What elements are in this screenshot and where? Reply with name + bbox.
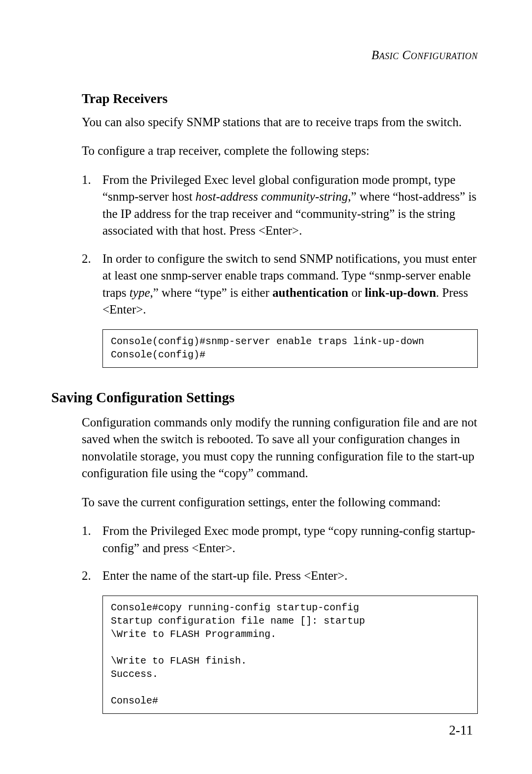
- trap-step-1: 1. From the Privileged Exec level global…: [82, 172, 478, 240]
- page-number: 2-11: [449, 721, 473, 739]
- step-text: From the Privileged Exec mode prompt, ty…: [102, 524, 475, 555]
- save-step-2: 2. Enter the name of the start-up file. …: [82, 567, 478, 585]
- save-steps: 1. From the Privileged Exec mode prompt,…: [82, 523, 478, 585]
- step-text: Enter the name of the start-up file. Pre…: [102, 569, 348, 582]
- document-page: Basic Configuration Trap Receivers You c…: [0, 0, 532, 774]
- keyword-bold: link-up-down: [365, 286, 436, 299]
- save-section: Configuration commands only modify the r…: [51, 414, 478, 714]
- step-number: 2.: [82, 567, 97, 585]
- trap-step-2: 2. In order to configure the switch to s…: [82, 250, 478, 318]
- save-paragraph-1: Configuration commands only modify the r…: [82, 414, 478, 482]
- save-heading: Saving Configuration Settings: [51, 387, 478, 407]
- step-text: ,” where “type” is either: [150, 286, 273, 299]
- step-number: 2.: [82, 250, 97, 268]
- keyword-bold: authentication: [272, 286, 348, 299]
- step-number: 1.: [82, 523, 97, 540]
- trap-paragraph-2: To configure a trap receiver, complete t…: [82, 142, 478, 160]
- save-step-1: 1. From the Privileged Exec mode prompt,…: [82, 523, 478, 557]
- command-italic: type: [130, 286, 150, 299]
- trap-paragraph-1: You can also specify SNMP stations that …: [82, 114, 478, 131]
- step-number: 1.: [82, 172, 97, 189]
- trap-steps: 1. From the Privileged Exec level global…: [82, 172, 478, 318]
- trap-heading: Trap Receivers: [82, 90, 478, 108]
- command-italic: host-address community-string: [196, 190, 348, 203]
- running-head: Basic Configuration: [51, 47, 478, 64]
- save-code-box: Console#copy running-config startup-conf…: [102, 596, 478, 714]
- trap-section: Trap Receivers You can also specify SNMP…: [51, 90, 478, 368]
- step-text: or: [348, 286, 365, 299]
- trap-code-box: Console(config)#snmp-server enable traps…: [102, 329, 478, 368]
- save-paragraph-2: To save the current configuration settin…: [82, 494, 478, 511]
